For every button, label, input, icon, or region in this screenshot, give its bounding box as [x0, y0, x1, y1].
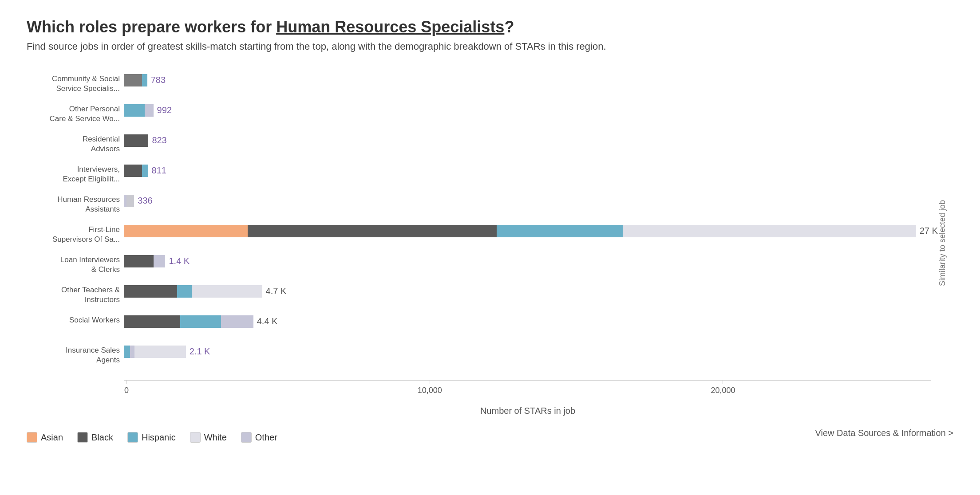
bar-value-label: 2.1 K — [190, 346, 210, 357]
legend-item-asian: Asian — [27, 432, 63, 443]
bar-segment-black — [124, 255, 154, 267]
bar-segment-hispanic — [177, 285, 192, 298]
page-title: Which roles prepare workers for Human Re… — [27, 18, 953, 36]
bar-row: 992 — [124, 104, 931, 117]
y-label: Community & Social Service Specialis... — [27, 74, 120, 94]
y-label: Other Teachers & Instructors — [27, 285, 120, 305]
bar-row: 2.1 K — [124, 346, 931, 358]
bar-segment-black — [124, 134, 148, 147]
bar-value-label: 783 — [151, 75, 166, 85]
legend-swatch — [241, 432, 252, 443]
bar-segment-other — [134, 346, 186, 358]
bar-segment-black — [124, 285, 177, 298]
x-tick: 10,000 — [418, 381, 442, 395]
bar-segment-white — [130, 346, 134, 358]
y-label: Loan Interviewers & Clerks — [27, 255, 120, 275]
bar-segment-white — [145, 104, 153, 117]
bar-segment-white — [154, 255, 165, 267]
legend-swatch — [190, 432, 201, 443]
legend-label: Other — [255, 432, 277, 443]
bar-segment-hispanic — [124, 104, 145, 117]
bar-segment-other — [126, 195, 134, 207]
x-axis-title: Number of STARs in job — [124, 406, 931, 416]
x-tick: 0 — [124, 381, 129, 395]
legend-label: Asian — [41, 432, 63, 443]
bar-segment-hispanic — [142, 165, 148, 177]
x-tick: 20,000 — [711, 381, 735, 395]
view-data-link[interactable]: View Data Sources & Information > — [815, 428, 953, 438]
bar-value-label: 27 K — [920, 226, 938, 236]
bar-row: 27 K — [124, 225, 931, 237]
bar-row: 4.4 K — [124, 315, 931, 328]
legend-item-other: Other — [241, 432, 277, 443]
footer: AsianBlackHispanicWhiteOther View Data S… — [27, 423, 953, 443]
legend-item-white: White — [190, 432, 227, 443]
y-label: Insurance Sales Agents — [27, 346, 120, 365]
bar-segment-hispanic — [180, 315, 221, 328]
bar-value-label: 4.4 K — [257, 316, 278, 326]
bar-value-label: 992 — [157, 105, 172, 115]
bar-segment-white — [192, 285, 262, 298]
bar-segment-white — [623, 225, 916, 237]
bar-row: 823 — [124, 134, 931, 147]
y-label: Social Workers — [27, 315, 120, 325]
y-label: First-Line Supervisors Of Sa... — [27, 225, 120, 244]
legend-item-black: Black — [77, 432, 113, 443]
bar-segment-hispanic — [497, 225, 623, 237]
y-label: Interviewers, Except Eligibilit... — [27, 165, 120, 184]
bar-segment-asian — [124, 225, 248, 237]
bar-value-label: 811 — [152, 165, 166, 176]
legend-item-hispanic: Hispanic — [127, 432, 176, 443]
legend-label: Hispanic — [142, 432, 176, 443]
subtitle: Find source jobs in order of greatest sk… — [27, 41, 953, 52]
bar-segment-black — [124, 74, 142, 86]
y-axis-label: Similarity to selected job — [938, 200, 947, 286]
y-label: Residential Advisors — [27, 134, 120, 154]
bar-segment-black — [248, 225, 497, 237]
chart-container: Community & Social Service Specialis...O… — [27, 70, 953, 416]
bar-value-label: 823 — [152, 135, 166, 145]
bar-segment-black — [124, 315, 180, 328]
legend-swatch — [27, 432, 37, 443]
bar-segment-white — [221, 315, 253, 328]
y-label: Human Resources Assistants — [27, 195, 120, 214]
legend-label: Black — [91, 432, 113, 443]
bar-row: 1.4 K — [124, 255, 931, 267]
bar-segment-hispanic — [124, 346, 130, 358]
legend-label: White — [204, 432, 227, 443]
bar-row: 336 — [124, 195, 931, 207]
legend: AsianBlackHispanicWhiteOther — [27, 432, 277, 443]
bar-segment-black — [124, 165, 142, 177]
bar-value-label: 4.7 K — [266, 286, 287, 296]
bar-row: 783 — [124, 74, 931, 86]
bar-row: 4.7 K — [124, 285, 931, 298]
bar-row: 811 — [124, 165, 931, 177]
legend-swatch — [127, 432, 138, 443]
legend-swatch — [77, 432, 88, 443]
bar-segment-hispanic — [142, 74, 147, 86]
bar-value-label: 1.4 K — [169, 256, 190, 266]
bar-value-label: 336 — [138, 196, 152, 206]
y-label: Other Personal Care & Service Wo... — [27, 104, 120, 124]
